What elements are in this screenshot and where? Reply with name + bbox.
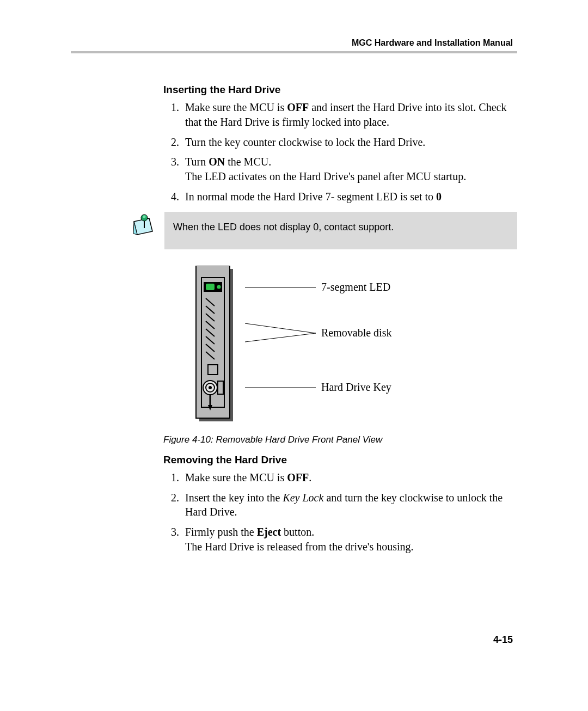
step-text: Firmly push the bbox=[185, 526, 257, 538]
callout-key: Hard Drive Key bbox=[321, 381, 391, 394]
removing-step-2: Insert the key into the Key Lock and tur… bbox=[182, 491, 517, 520]
document-page: MGC Hardware and Installation Manual Ins… bbox=[0, 0, 588, 711]
note-row: When the LED does not display 0, contact… bbox=[130, 212, 517, 249]
svg-line-27 bbox=[245, 323, 316, 333]
pushpin-note-icon bbox=[130, 212, 158, 240]
inserting-step-3: Turn ON the MCU. The LED activates on th… bbox=[182, 155, 517, 184]
page-header: MGC Hardware and Installation Manual bbox=[71, 38, 517, 51]
step-text: Turn bbox=[185, 156, 209, 168]
svg-rect-9 bbox=[206, 284, 215, 290]
header-rule bbox=[71, 51, 517, 53]
inserting-steps: Make sure the MCU is OFF and insert the … bbox=[163, 100, 517, 204]
svg-point-10 bbox=[217, 285, 221, 289]
inserting-step-2: Turn the key counter clockwise to lock t… bbox=[182, 135, 517, 150]
step-text: In normal mode the Hard Drive 7- segment… bbox=[185, 191, 436, 203]
hard-drive-diagram bbox=[185, 266, 245, 424]
svg-line-28 bbox=[245, 333, 316, 342]
figure-caption: Figure 4-10: Removable Hard Drive Front … bbox=[163, 434, 517, 445]
step-suffix: . bbox=[309, 471, 311, 483]
step-bold: ON bbox=[209, 156, 225, 168]
step-text: Insert the key into the bbox=[185, 492, 283, 504]
inserting-step-4: In normal mode the Hard Drive 7- segment… bbox=[182, 189, 517, 204]
step-text: Make sure the MCU is bbox=[185, 101, 287, 113]
figure-block: 7-segment LED Removable disk Hard Drive … bbox=[163, 266, 517, 445]
callout-disk: Removable disk bbox=[321, 327, 391, 339]
section-title-removing: Removing the Hard Drive bbox=[163, 454, 517, 466]
removing-step-3: Firmly push the Eject button. The Hard D… bbox=[182, 525, 517, 554]
callout-led: 7-segment LED bbox=[321, 281, 390, 293]
note-box: When the LED does not display 0, contact… bbox=[164, 212, 517, 249]
step-suffix: the MCU. The LED activates on the Hard D… bbox=[185, 156, 466, 182]
page-number: 4-15 bbox=[493, 634, 513, 646]
svg-point-22 bbox=[209, 386, 212, 389]
svg-point-4 bbox=[143, 215, 146, 218]
step-bold: OFF bbox=[287, 101, 309, 113]
removing-step-1: Make sure the MCU is OFF. bbox=[182, 470, 517, 485]
step-italic: Key Lock bbox=[283, 492, 323, 504]
section-title-inserting: Inserting the Hard Drive bbox=[163, 84, 517, 96]
page-content: Inserting the Hard Drive Make sure the M… bbox=[71, 84, 517, 554]
inserting-step-1: Make sure the MCU is OFF and insert the … bbox=[182, 100, 517, 130]
step-text: Turn the key counter clockwise to lock t… bbox=[185, 136, 425, 148]
step-text: Make sure the MCU is bbox=[185, 471, 287, 483]
step-bold: 0 bbox=[436, 191, 442, 203]
removing-steps: Make sure the MCU is OFF. Insert the key… bbox=[163, 470, 517, 554]
step-bold: OFF bbox=[287, 471, 309, 483]
step-bold: Eject bbox=[257, 526, 281, 538]
